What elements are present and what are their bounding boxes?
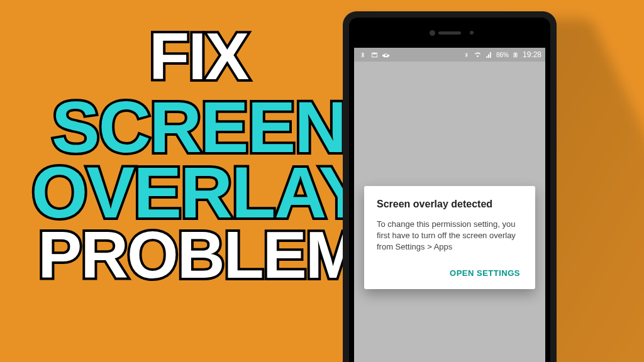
mail-icon	[370, 51, 379, 58]
dialog-actions: OPEN SETTINGS	[377, 265, 523, 282]
sensor-dot	[470, 31, 474, 35]
dialog-title: Screen overlay detected	[377, 199, 523, 210]
dialog-body: To change this permission setting, you f…	[377, 219, 523, 253]
thumbnail-title: FIX SCREEN OVERLAY PROBLEM	[31, 25, 365, 287]
title-line-2: SCREEN	[52, 93, 345, 162]
title-line-1: FIX	[149, 25, 248, 88]
camera-dot	[430, 30, 435, 36]
signal-icon	[485, 51, 494, 58]
status-left	[358, 51, 391, 58]
phone-frame: 86% 19:28 Screen overlay detected To cha…	[343, 11, 557, 362]
clock-time: 19:28	[523, 50, 541, 59]
permission-dialog: Screen overlay detected To change this p…	[364, 186, 535, 289]
bluetooth-icon-right	[462, 51, 471, 58]
phone-inner: 86% 19:28 Screen overlay detected To cha…	[349, 18, 550, 362]
status-right: 86% 19:28	[462, 50, 541, 59]
battery-icon	[511, 51, 520, 58]
title-line-3: OVERLAY	[31, 158, 365, 227]
wifi-icon	[474, 51, 482, 58]
phone-screen: 86% 19:28 Screen overlay detected To cha…	[354, 48, 545, 362]
settings-icon	[382, 51, 391, 58]
status-bar: 86% 19:28	[354, 48, 545, 62]
open-settings-button[interactable]: OPEN SETTINGS	[447, 265, 523, 282]
speaker-slot	[438, 31, 461, 35]
title-line-4: PROBLEM	[38, 224, 359, 287]
phone-top-bezel	[349, 18, 550, 48]
bluetooth-icon	[358, 51, 367, 58]
battery-percent: 86%	[496, 52, 509, 58]
